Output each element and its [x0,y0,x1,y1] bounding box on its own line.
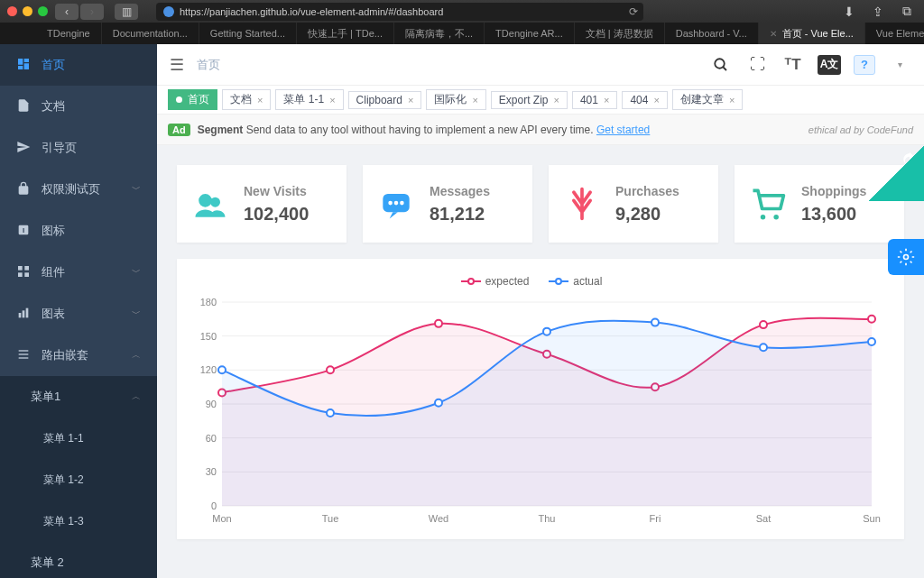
stat-icon [747,183,789,225]
text-size-icon[interactable]: ᵀT [781,53,805,77]
chevron-icon: ﹀ [132,307,141,320]
corner-ribbon[interactable] [868,145,924,201]
minimize-window-button[interactable] [23,6,32,16]
browser-tab[interactable]: Getting Started... [199,23,297,44]
svg-line-13 [723,67,726,70]
search-icon[interactable] [709,53,733,77]
sidebar-item-nested[interactable]: 路由嵌套︿ [0,335,157,376]
browser-tab[interactable]: TDengine [36,23,102,44]
view-tag-label: Clipboard [356,94,402,106]
view-tag[interactable]: Clipboard× [348,91,422,109]
svg-text:Sat: Sat [756,513,772,524]
settings-drawer-button[interactable] [888,239,924,275]
tabs-icon[interactable]: ⧉ [897,4,917,20]
close-tag-icon[interactable]: × [729,95,735,106]
svg-rect-5 [24,272,29,277]
stat-card[interactable]: Purchases9,280 [549,165,718,243]
ad-link[interactable]: Get started [596,124,650,136]
close-tag-icon[interactable]: × [257,95,263,106]
sidebar-item-chart[interactable]: 图表﹀ [0,293,157,335]
svg-text:Sun: Sun [863,513,881,524]
back-button[interactable]: ‹ [55,4,79,20]
view-tag[interactable]: 401× [572,91,617,109]
view-tag[interactable]: 404× [622,91,667,109]
svg-text:150: 150 [200,331,217,342]
sidebar-item-label: 菜单 1-2 [43,472,84,488]
svg-point-15 [388,201,393,206]
browser-tab[interactable]: Documentation... [102,23,199,44]
sidebar-subitem[interactable]: 菜单 1-1 [0,417,157,459]
maximize-window-button[interactable] [38,6,48,16]
close-tag-icon[interactable]: × [472,95,477,106]
dashboard-icon [16,57,31,74]
language-toggle[interactable]: A文 [818,55,841,75]
hamburger-icon[interactable]: ☰ [170,55,184,75]
sidebar-item-menu2[interactable]: 菜单 2 [0,542,157,578]
forward-button[interactable]: › [80,4,104,20]
browser-tab[interactable]: Vue Element A... [865,23,924,44]
close-tag-icon[interactable]: × [653,95,659,106]
lock-icon [16,181,31,198]
chevron-icon: ﹀ [132,266,141,279]
ad-text: Send data to any tool without having to … [243,124,596,136]
svg-rect-2 [18,266,23,271]
sidebar-toggle-button[interactable]: ▥ [115,4,138,20]
browser-tab[interactable]: ✕首页 - Vue Ele... [759,23,865,44]
sidebar-item-doc[interactable]: 文档 [0,86,157,127]
stat-card[interactable]: Messages81,212 [363,165,532,243]
url-bar[interactable]: https://panjiachen.github.io/vue-element… [156,3,643,21]
close-tag-icon[interactable]: × [329,95,335,106]
svg-text:120: 120 [200,364,217,375]
view-tag[interactable]: 国际化× [426,89,485,110]
sidebar-item-label: 图表 [42,306,65,322]
share-icon[interactable]: ⇪ [868,4,888,20]
browser-tab[interactable]: 文档 | 涛思数据 [575,23,665,44]
sidebar-item-lock[interactable]: 权限测试页﹀ [0,169,157,210]
view-tag[interactable]: Export Zip× [491,91,568,109]
svg-point-19 [773,215,779,220]
svg-text:0: 0 [211,500,217,511]
sidebar-item-dashboard[interactable]: 首页 [0,44,157,86]
sidebar-item-component[interactable]: 组件﹀ [0,252,157,293]
browser-tab[interactable]: Dashboard - V... [665,23,759,44]
close-tag-icon[interactable]: × [554,95,559,106]
close-tag-icon[interactable]: × [604,95,609,106]
view-tag-label: 首页 [188,92,209,107]
help-button[interactable]: ? [854,55,875,75]
svg-rect-4 [18,272,23,277]
chevron-icon: ︿ [132,349,141,362]
stat-label: Shoppings [801,184,866,198]
chevron-icon: ﹀ [132,183,141,196]
legend-actual[interactable]: actual [549,275,602,288]
user-menu-caret-icon[interactable]: ▾ [888,53,911,77]
svg-point-43 [435,320,442,327]
view-tag[interactable]: 创建文章× [672,89,743,110]
close-tab-icon[interactable]: ✕ [770,29,777,39]
browser-tabs: TDengineDocumentation...Getting Started.… [0,23,924,44]
legend-expected[interactable]: expected [461,275,530,288]
view-tag[interactable]: 文档× [222,89,271,110]
sidebar-subitem[interactable]: 菜单 1-3 [0,500,157,542]
sidebar-subitem[interactable]: 菜单 1-2 [0,459,157,500]
browser-tab[interactable]: TDengine AR... [485,23,575,44]
browser-tab[interactable]: 快速上手 | TDe... [297,23,394,44]
sidebar-item-icon[interactable]: I图标 [0,210,157,252]
close-window-button[interactable] [7,6,17,16]
view-tag[interactable]: 首页 [168,89,217,110]
line-chart-card: expected actual 0306090120150180MonTueWe… [177,259,904,539]
svg-point-48 [218,366,226,373]
reload-icon[interactable]: ⟳ [629,5,638,18]
close-tag-icon[interactable]: × [408,95,413,106]
stat-icon [561,183,603,225]
svg-rect-6 [19,313,22,317]
sidebar-item-menu1[interactable]: 菜单1 ︿ [0,376,157,417]
sidebar-item-label: 菜单 2 [31,555,64,571]
fullscreen-icon[interactable]: ⛶ [745,53,769,77]
browser-tab[interactable]: 隔离病毒，不... [394,23,485,44]
sidebar-item-guide[interactable]: 引导页 [0,127,157,169]
svg-point-54 [868,338,875,345]
stat-card[interactable]: New Visits102,400 [177,165,346,243]
view-tag[interactable]: 菜单 1-1× [275,89,343,110]
download-icon[interactable]: ⬇ [839,4,859,20]
chevron-up-icon: ︿ [132,390,141,403]
